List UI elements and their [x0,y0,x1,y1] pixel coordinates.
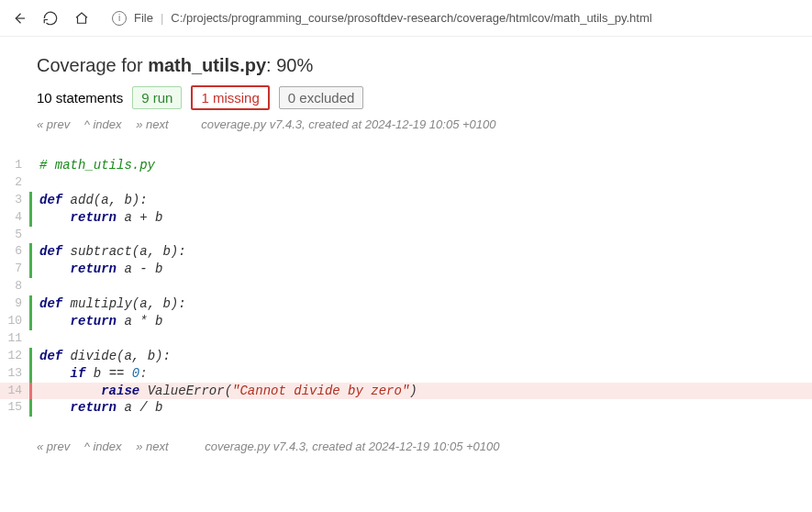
next-link[interactable]: » next [136,440,168,453]
line-12: 12def divide(a, b): [0,348,812,365]
line-15: 15 return a / b [0,399,812,417]
line-5: 5 [0,227,812,244]
source: if b == 0: [32,365,812,383]
title-filename: math_utils.py [148,55,266,75]
prev-link[interactable]: « prev [37,117,70,131]
generated-info: coverage.py v7.4.3, created at 2024-12-1… [201,117,495,131]
source [32,278,812,295]
source: def subtract(a, b): [32,243,812,261]
source [32,330,812,348]
stat-statements: 10 statements [37,90,123,106]
index-link[interactable]: ^ index [84,117,122,131]
lineno: 6 [0,243,29,261]
back-button[interactable] [9,8,29,28]
source: def multiply(a, b): [32,295,812,313]
stat-run[interactable]: 9 run [132,86,182,109]
lineno: 13 [0,365,29,383]
lineno: 3 [0,192,29,209]
home-icon [73,10,90,27]
refresh-button[interactable] [40,8,61,28]
lineno: 8 [0,278,29,295]
stat-missing[interactable]: 1 missing [191,85,269,110]
url-divider: | [161,11,163,25]
lineno: 4 [0,209,29,227]
source: # math_utils.py [32,157,812,174]
lineno: 10 [0,313,29,330]
url-path: C:/projects/programming_course/prosoftde… [171,11,651,25]
code-listing: 1# math_utils.py 2 3def add(a, b): 4 ret… [0,157,812,417]
refresh-icon [42,10,59,27]
line-11: 11 [0,330,812,348]
line-2: 2 [0,174,812,192]
source: return a + b [32,209,812,227]
title-prefix: Coverage for [37,55,148,75]
source: def add(a, b): [32,192,812,209]
line-3: 3def add(a, b): [0,192,812,209]
line-7: 7 return a - b [0,261,812,278]
source: def divide(a, b): [32,348,812,365]
line-4: 4 return a + b [0,209,812,227]
line-6: 6def subtract(a, b): [0,243,812,261]
source: return a * b [32,313,812,330]
line-10: 10 return a * b [0,313,812,330]
stats-row: 10 statements 9 run 1 missing 0 excluded [37,85,775,110]
prev-link[interactable]: « prev [37,440,70,453]
line-1: 1# math_utils.py [0,157,812,174]
line-8: 8 [0,278,812,295]
footer-nav: « prev ^ index » next coverage.py v7.4.3… [0,417,812,462]
line-13: 13 if b == 0: [0,365,812,383]
address-bar[interactable]: i File | C:/projects/programming_course/… [103,11,803,26]
lineno: 9 [0,295,29,313]
lineno: 7 [0,261,29,278]
source: return a - b [32,261,812,278]
header-nav: « prev ^ index » next coverage.py v7.4.3… [37,117,775,131]
next-link[interactable]: » next [136,117,168,131]
source [32,174,812,192]
info-icon: i [112,11,127,26]
source: raise ValueError("Cannot divide by zero"… [32,383,812,400]
line-14: 14 raise ValueError("Cannot divide by ze… [0,383,812,400]
index-link[interactable]: ^ index [84,440,122,453]
generated-info: coverage.py v7.4.3, created at 2024-12-1… [205,440,499,453]
source: return a / b [32,399,812,417]
arrow-left-icon [11,10,28,27]
lineno: 15 [0,399,29,417]
line-9: 9def multiply(a, b): [0,295,812,313]
lineno: 2 [0,174,29,192]
url-scheme: File [134,11,153,25]
browser-toolbar: i File | C:/projects/programming_course/… [0,0,812,37]
title-suffix: : 90% [266,55,313,75]
page-content: Coverage for math_utils.py: 90% 10 state… [0,37,812,140]
stat-excluded[interactable]: 0 excluded [279,86,364,109]
page-title: Coverage for math_utils.py: 90% [37,55,775,76]
lineno: 11 [0,330,29,348]
lineno: 14 [0,383,29,400]
lineno: 12 [0,348,29,365]
lineno: 5 [0,227,29,244]
source [32,227,812,244]
lineno: 1 [0,157,29,174]
home-button[interactable] [72,8,92,28]
